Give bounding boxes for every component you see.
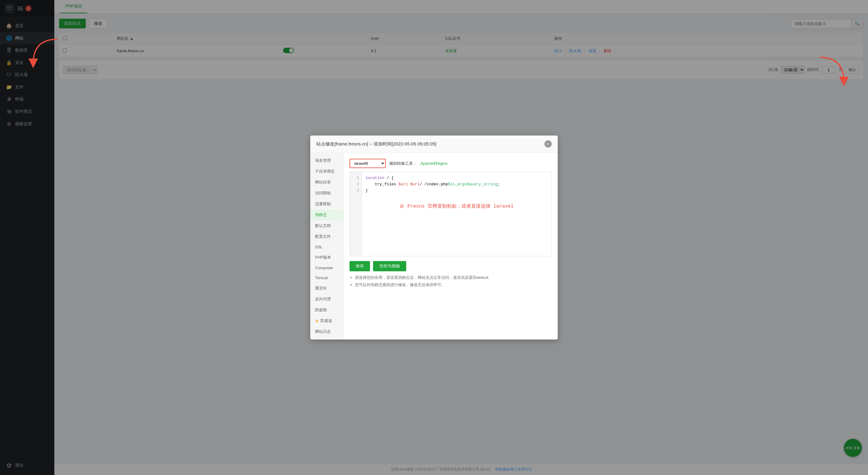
converter-label: 规则转换工具： — [389, 161, 417, 166]
modal-nav-config[interactable]: 配置文件 — [310, 231, 343, 242]
code-text[interactable]: location / { try_files $uri $uri/ /index… — [362, 172, 551, 256]
modal-nav-traffic[interactable]: 流量限制 — [310, 198, 343, 210]
modal-nav-default-doc[interactable]: 默认文档 — [310, 220, 343, 231]
line-numbers: 1 2 3 — [350, 172, 362, 256]
modal-nav-subdir[interactable]: 子目录绑定 — [310, 166, 343, 177]
note-1: 请选择您的应用，若设置伪静态后，网站无法正常访问，请尝试设置回default — [355, 275, 552, 280]
code-line-3: } — [366, 188, 548, 194]
modal-nav-tomcat[interactable]: Tomcat — [310, 273, 343, 283]
modal-overlay[interactable]: 站点修改[frame.fresns.cn] -- 添加时间[2022-05-05… — [0, 0, 868, 475]
modal-nav-composer[interactable]: Composer — [310, 263, 343, 273]
modal-main: laravel5 default thinkphp discuz wordpre… — [343, 153, 558, 340]
code-editor[interactable]: 1 2 3 location / { try_files $uri $uri/ … — [349, 172, 552, 256]
modal-nav-sitedir[interactable]: 网站目录 — [310, 177, 343, 188]
modal-nav: 域名管理 子目录绑定 网站目录 访问限制 流量限制 伪静态 默认 — [310, 153, 343, 340]
modal-nav-domain[interactable]: 域名管理 — [310, 155, 343, 166]
modal-title: 站点修改[frame.fresns.cn] -- 添加时间[2022-05-05… — [316, 141, 436, 147]
modal-nav-reverse-proxy[interactable]: 反向代理 — [310, 294, 343, 305]
rewrite-select[interactable]: laravel5 default thinkphp discuz wordpre… — [349, 159, 386, 168]
note-2: 您可以对伪静态规则进行修改，修改完后保存即可。 — [355, 282, 552, 288]
rewrite-header: laravel5 default thinkphp discuz wordpre… — [349, 159, 552, 168]
modal-nav-redirect[interactable]: 重定向 — [310, 283, 343, 294]
modal-actions: 保存 另存为模板 — [349, 261, 552, 271]
modal-nav-hotlink[interactable]: 防盗链 — [310, 305, 343, 315]
code-line-1: location / { — [366, 175, 548, 181]
modal-nav-pseudo[interactable]: 伪静态 — [310, 210, 343, 220]
modal-nav-log[interactable]: 网站日志 — [310, 326, 343, 337]
modal-nav-ssl[interactable]: SSL — [310, 242, 343, 252]
modal-nav-tamper[interactable]: ♛ 防篡改 — [310, 315, 343, 326]
modal-nav-phpver[interactable]: PHP版本 — [310, 252, 343, 263]
modal-notes: 请选择您的应用，若设置伪静态后，网站无法正常访问，请尝试设置回default 您… — [349, 275, 552, 288]
modal-close-button[interactable]: × — [545, 140, 552, 148]
modal-body: 域名管理 子目录绑定 网站目录 访问限制 流量限制 伪静态 默认 — [310, 153, 558, 340]
code-hint: 从 Fresns 官网复制粘贴，或者直接选择 laravel — [366, 194, 548, 220]
apache-to-nginx-link[interactable]: Apache转Nginx — [421, 161, 447, 166]
save-button[interactable]: 保存 — [349, 261, 370, 271]
modal-nav-access[interactable]: 访问限制 — [310, 188, 343, 198]
code-line-2: try_files $uri $uri/ /index.php$is_args$… — [366, 181, 548, 188]
save-template-button[interactable]: 另存为模板 — [373, 261, 406, 271]
site-edit-modal: 站点修改[frame.fresns.cn] -- 添加时间[2022-05-05… — [310, 135, 558, 340]
modal-header: 站点修改[frame.fresns.cn] -- 添加时间[2022-05-05… — [310, 135, 558, 153]
